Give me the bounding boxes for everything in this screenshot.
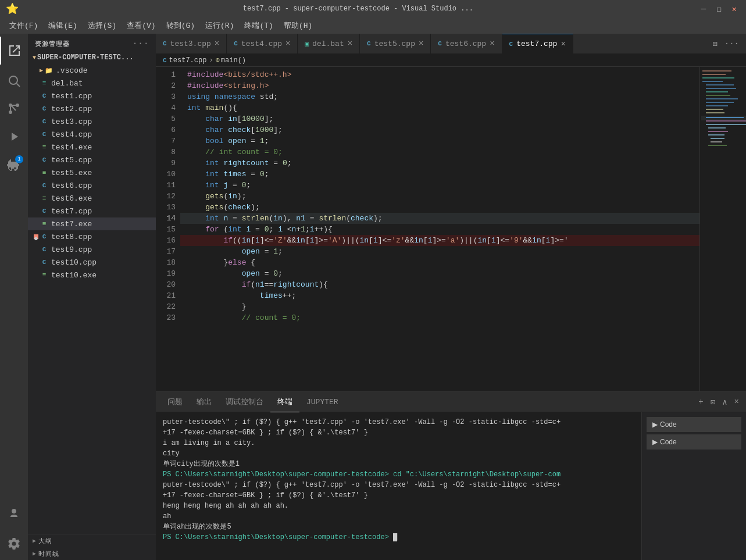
tab-test6cpp[interactable]: C test6.cpp × [431, 34, 502, 54]
menu-run[interactable]: 运行(R) [201, 19, 238, 32]
sidebar-item-test3cpp[interactable]: C test3.cpp [28, 115, 156, 128]
tab-close-test3cpp[interactable]: × [215, 39, 219, 48]
ln17: 17 [156, 246, 176, 257]
settings-activity-icon[interactable] [0, 530, 28, 558]
ln14: 14 [156, 213, 176, 224]
sidebar-item-test6exe[interactable]: ≡ test6.exe [28, 192, 156, 205]
svg-point-0 [9, 76, 17, 84]
unsaved-dot: ● [34, 234, 38, 239]
term-tab-jupyter[interactable]: JUPYTER [299, 392, 345, 412]
test4exe-label: test4.exe [51, 143, 92, 152]
svg-rect-21 [706, 112, 724, 113]
menu-help[interactable]: 帮助(H) [279, 19, 317, 32]
vscode-label: .vscode [56, 66, 88, 75]
code-run-button-2[interactable]: ▶ Code [647, 434, 741, 450]
menu-goto[interactable]: 转到(G) [162, 19, 199, 32]
term-line-5: PS C:\Users\starnight\Desktop\super-comp… [163, 469, 634, 501]
menu-select[interactable]: 选择(S) [83, 19, 121, 32]
menubar: 文件(F) 编辑(E) 选择(S) 查看(V) 转到(G) 运行(R) 终端(T… [0, 17, 746, 34]
svg-rect-9 [702, 70, 731, 72]
split-terminal-button[interactable]: ⊡ [708, 396, 718, 408]
tree-root[interactable]: ▼ SUPER-COMPUTER-TESTC... [28, 51, 156, 64]
tab-close-test7cpp[interactable]: × [561, 40, 565, 49]
close-panel-button[interactable]: × [732, 396, 741, 408]
split-editor-button[interactable]: ⊞ [710, 38, 719, 50]
term-tab-problems[interactable]: 问题 [160, 392, 190, 412]
close-button[interactable]: ✕ [729, 3, 740, 15]
cpp-file-icon-2: C [40, 104, 49, 113]
tab-close-test6cpp[interactable]: × [490, 39, 494, 48]
search-activity-icon[interactable] [0, 67, 28, 95]
term-tab-debug[interactable]: 调试控制台 [219, 392, 270, 412]
tab-close-test5cpp[interactable]: × [419, 39, 423, 48]
svg-rect-24 [706, 120, 746, 122]
cpp-file-icon-6: C [40, 181, 49, 190]
timeline-section[interactable]: ▶ 时间线 [28, 547, 156, 560]
menu-terminal[interactable]: 终端(T) [240, 19, 277, 32]
tab-test4cpp[interactable]: C test4.cpp × [227, 34, 298, 54]
sidebar-item-test9cpp[interactable]: C test9.cpp [28, 243, 156, 256]
code-line-6: char check[1000]; [180, 124, 699, 135]
ln9: 9 [156, 158, 176, 169]
tab-close-delbat[interactable]: × [348, 39, 352, 48]
code-run-button-1[interactable]: ▶ Code [647, 417, 741, 432]
new-terminal-button[interactable]: + [696, 396, 705, 408]
explorer-activity-icon[interactable] [0, 37, 28, 65]
run-activity-icon[interactable] [0, 123, 28, 151]
test10cpp-label: test10.cpp [51, 258, 97, 267]
sidebar-item-test4exe[interactable]: ≡ test4.exe [28, 141, 156, 154]
extensions-activity-icon[interactable]: 1 [0, 151, 28, 179]
sidebar-item-delbat[interactable]: ≡ del.bat [28, 77, 156, 90]
tab-test7cpp[interactable]: C test7.cpp × [502, 34, 573, 54]
tab-actions: ⊞ ··· [705, 38, 746, 50]
terminal-side-panel: ▶ Code ▶ Code [641, 412, 746, 560]
sidebar-item-test2cpp[interactable]: C test2.cpp [28, 102, 156, 115]
bat-file-icon: ≡ [40, 79, 49, 88]
tab-close-test4cpp[interactable]: × [285, 39, 290, 48]
sidebar-item-vscode[interactable]: ▶ 📁 .vscode [28, 64, 156, 77]
breadcrumb-separator: › [209, 56, 213, 65]
code-line-5: char in[10000]; [180, 113, 699, 124]
ln5: 5 [156, 113, 176, 124]
sidebar-item-test10exe[interactable]: ≡ test10.exe [28, 269, 156, 281]
sidebar-item-test5exe[interactable]: ≡ test5.exe [28, 166, 156, 179]
test7exe-label: test7.exe [51, 220, 92, 229]
sidebar-item-test6cpp[interactable]: C test6.cpp [28, 179, 156, 192]
sidebar-item-test7cpp[interactable]: C test7.cpp [28, 205, 156, 217]
menu-file[interactable]: 文件(F) [5, 19, 42, 32]
code-line-18: }else { [180, 257, 699, 268]
ln21: 21 [156, 290, 176, 301]
main-layout: 1 资源管理器 ··· ▼ SUPER-COMPUTER-TESTC... ▶ … [0, 34, 746, 560]
sidebar-item-test4cpp[interactable]: C test4.cpp [28, 128, 156, 141]
code-content[interactable]: #include<bits/stdc++.h> #include<string.… [180, 67, 699, 391]
tab-test3cpp[interactable]: C test3.cpp × [156, 34, 227, 54]
ln3: 3 [156, 91, 176, 102]
svg-rect-20 [706, 109, 723, 110]
breadcrumb-symbol[interactable]: main() [221, 56, 246, 65]
sidebar-item-test7exe[interactable]: ≡ test7.exe [28, 217, 156, 230]
more-actions-button[interactable]: ··· [722, 38, 741, 49]
tab-test5cpp[interactable]: C test5.cpp × [360, 34, 431, 54]
account-activity-icon[interactable] [0, 500, 28, 527]
sidebar-item-test10cpp[interactable]: C test10.cpp [28, 256, 156, 269]
term-tab-terminal[interactable]: 终端 [270, 392, 299, 412]
menu-view[interactable]: 查看(V) [122, 19, 160, 32]
test5exe-label: test5.exe [51, 169, 92, 177]
term-tab-output[interactable]: 输出 [190, 392, 219, 412]
sidebar-item-test8cpp[interactable]: C test8.cpp ● [28, 230, 156, 243]
outline-section[interactable]: ▶ 大纲 [28, 534, 156, 547]
terminal-content[interactable]: puter-testcode\" ; if ($?) { g++ 'test7.… [156, 412, 641, 560]
menu-edit[interactable]: 编辑(E) [44, 19, 81, 32]
breadcrumb-file[interactable]: test7.cpp [169, 56, 207, 65]
git-activity-icon[interactable] [0, 95, 28, 123]
ln16: 16 [156, 235, 176, 246]
maximize-panel-button[interactable]: ∧ [720, 396, 729, 408]
minimize-button[interactable]: — [698, 3, 709, 15]
sidebar-item-test1cpp[interactable]: C test1.cpp [28, 90, 156, 102]
sidebar-more-button[interactable]: ··· [132, 38, 149, 49]
restore-button[interactable]: ☐ [713, 3, 724, 15]
tab-delbat[interactable]: ▣ del.bat × [298, 34, 360, 54]
sidebar-header: 资源管理器 [35, 40, 132, 48]
sidebar-item-test5cpp[interactable]: C test5.cpp [28, 154, 156, 166]
play-icon-2: ▶ [652, 438, 658, 446]
